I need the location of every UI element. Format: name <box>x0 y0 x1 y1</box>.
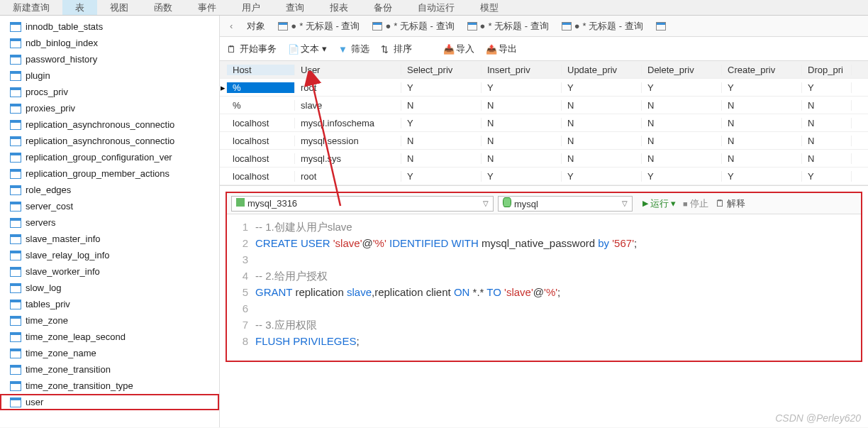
query-tab-1[interactable]: ●* 无标题 - 查询 <box>372 20 454 33</box>
connection-icon <box>236 198 245 207</box>
sql-editor[interactable]: 12345678 -- 1.创建从用户slave CREATE USER 'sl… <box>227 214 861 361</box>
sidebar-item-slow_log[interactable]: slow_log <box>0 280 219 296</box>
sidebar-item-ndb_binlog_index[interactable]: ndb_binlog_index <box>0 35 219 51</box>
table-row[interactable]: localhostrootYYYYYY <box>220 168 868 185</box>
col-User[interactable]: User <box>295 65 401 75</box>
table-icon <box>10 267 21 277</box>
table-icon <box>10 22 21 32</box>
menu-模型[interactable]: 模型 <box>467 0 511 15</box>
cell: mysql.infoschema <box>295 118 401 128</box>
cell: Y <box>802 171 852 182</box>
run-button[interactable]: 运行 ▾ <box>642 197 676 210</box>
stop-button[interactable]: 停止 <box>683 197 708 210</box>
sidebar-item-password_history[interactable]: password_history <box>0 51 219 67</box>
table-row[interactable]: localhostmysql.sessionNNNNNN <box>220 132 868 150</box>
table-name: ndb_binlog_index <box>26 38 98 48</box>
col-Delete_priv[interactable]: Delete_priv <box>642 65 722 75</box>
menu-表[interactable]: 表 <box>62 0 97 15</box>
menu-报表[interactable]: 报表 <box>317 0 361 15</box>
menu-视图[interactable]: 视图 <box>97 0 141 15</box>
query-icon <box>656 22 666 31</box>
table-name: user <box>26 397 43 407</box>
sidebar-item-slave_relay_log_info[interactable]: slave_relay_log_info <box>0 247 219 263</box>
sidebar-item-replication_group_member_actions[interactable]: replication_group_member_actions <box>0 165 219 182</box>
table-row[interactable]: ▸%rootYYYYYY <box>220 79 868 97</box>
cell: N <box>642 118 722 128</box>
table-name: slave_master_info <box>26 234 101 244</box>
sidebar-item-plugin[interactable]: plugin <box>0 67 219 84</box>
query-tab-3[interactable]: ●* 无标题 - 查询 <box>562 20 643 33</box>
sidebar-item-replication_asynchronous_connectio[interactable]: replication_asynchronous_connectio <box>0 116 219 133</box>
table-row[interactable]: localhostmysql.infoschemaYNNNNN <box>220 114 868 132</box>
sidebar-item-role_edges[interactable]: role_edges <box>0 182 219 198</box>
connection-combo[interactable]: mysql_3316▽ <box>231 196 494 212</box>
table-icon <box>10 397 21 407</box>
grid-toolbar: 🗒开始事务 📄文本 ▾ ▼筛选 ⇅排序 📥导入 📤导出 <box>220 37 868 61</box>
dirty-indicator: ● <box>291 21 296 31</box>
col-Host[interactable]: Host <box>227 65 295 75</box>
sidebar-item-time_zone_name[interactable]: time_zone_name <box>0 345 219 361</box>
table-name: time_zone_name <box>26 348 96 358</box>
export-button[interactable]: 📤导出 <box>486 43 517 55</box>
table-icon <box>10 234 21 244</box>
tab-label: * 无标题 - 查询 <box>488 20 548 33</box>
sidebar-item-proxies_priv[interactable]: proxies_priv <box>0 100 219 116</box>
menu-备份[interactable]: 备份 <box>361 0 405 15</box>
sidebar-item-time_zone_transition[interactable]: time_zone_transition <box>0 361 219 378</box>
sidebar-item-slave_worker_info[interactable]: slave_worker_info <box>0 263 219 280</box>
cell: N <box>722 100 802 111</box>
dirty-indicator: ● <box>385 21 391 31</box>
cell: Y <box>401 82 482 93</box>
table-icon <box>10 251 21 260</box>
menu-事件[interactable]: 事件 <box>185 0 229 15</box>
grid-header: HostUserSelect_privInsert_privUpdate_pri… <box>220 61 868 79</box>
col-Create_priv[interactable]: Create_priv <box>722 65 802 75</box>
sort-button[interactable]: ⇅排序 <box>381 43 412 55</box>
explain-button[interactable]: 🗒解释 <box>716 197 745 210</box>
table-icon <box>10 365 21 375</box>
menu-自动运行[interactable]: 自动运行 <box>405 0 467 15</box>
query-tab-2[interactable]: ●* 无标题 - 查询 <box>467 20 549 33</box>
sidebar-item-server_cost[interactable]: server_cost <box>0 198 219 214</box>
menu-函数[interactable]: 函数 <box>141 0 185 15</box>
menu-新建查询[interactable]: 新建查询 <box>0 0 62 15</box>
database-combo[interactable]: mysql▽ <box>498 196 633 212</box>
table-name: proxies_priv <box>26 103 75 114</box>
sidebar-item-innodb_table_stats[interactable]: innodb_table_stats <box>0 18 219 35</box>
table-row[interactable]: localhostmysql.sysNNNNNN <box>220 150 868 168</box>
menu-查询[interactable]: 查询 <box>273 0 317 15</box>
menu-用户[interactable]: 用户 <box>229 0 273 15</box>
filter-button[interactable]: ▼筛选 <box>338 43 369 55</box>
sidebar-item-user[interactable]: user <box>0 394 219 410</box>
cell: N <box>562 136 642 146</box>
sort-icon: ⇅ <box>381 44 391 54</box>
table-icon <box>10 185 21 195</box>
sidebar-item-time_zone[interactable]: time_zone <box>0 312 219 329</box>
table-row[interactable]: %slaveNNNNNN <box>220 97 868 114</box>
col-Insert_priv[interactable]: Insert_priv <box>482 65 562 75</box>
col-Select_priv[interactable]: Select_priv <box>401 65 482 75</box>
table-name: slow_log <box>26 282 62 293</box>
sidebar-item-slave_master_info[interactable]: slave_master_info <box>0 231 219 247</box>
sidebar-item-procs_priv[interactable]: procs_priv <box>0 84 219 100</box>
import-button[interactable]: 📥导入 <box>443 43 474 55</box>
text-button[interactable]: 📄文本 ▾ <box>288 43 327 55</box>
filter-icon: ▼ <box>338 44 348 54</box>
cell: localhost <box>227 118 295 128</box>
cell: N <box>642 100 722 111</box>
sidebar-item-servers[interactable]: servers <box>0 214 219 231</box>
col-Drop_pri[interactable]: Drop_pri <box>802 65 852 75</box>
tab-label: * 无标题 - 查询 <box>299 20 360 33</box>
sidebar-item-time_zone_leap_second[interactable]: time_zone_leap_second <box>0 329 219 345</box>
tabs-prev[interactable]: ‹ <box>228 21 234 31</box>
begin-transaction-button[interactable]: 🗒开始事务 <box>227 43 277 55</box>
sidebar-item-time_zone_transition_type[interactable]: time_zone_transition_type <box>0 378 219 394</box>
sidebar-item-replication_group_configuration_ver[interactable]: replication_group_configuration_ver <box>0 149 219 165</box>
col-Update_priv[interactable]: Update_priv <box>562 65 642 75</box>
tab-object[interactable]: 对象 <box>247 20 265 33</box>
cell: root <box>295 82 401 93</box>
sidebar-item-replication_asynchronous_connectio[interactable]: replication_asynchronous_connectio <box>0 133 219 149</box>
table-icon <box>10 202 21 212</box>
query-tab-0[interactable]: ●* 无标题 - 查询 <box>278 20 360 33</box>
sidebar-item-tables_priv[interactable]: tables_priv <box>0 296 219 312</box>
